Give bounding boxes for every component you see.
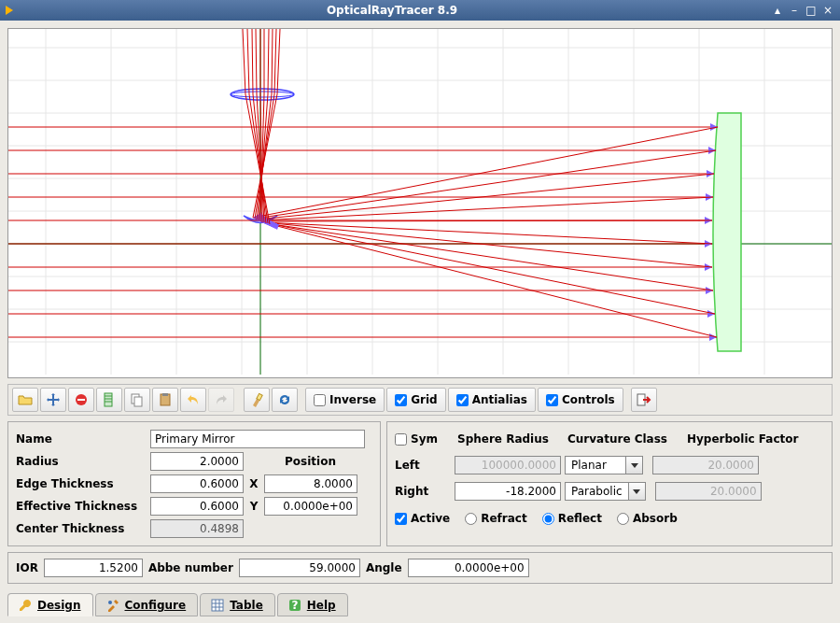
controls-toggle[interactable]: Controls [538, 388, 623, 412]
inverse-label: Inverse [329, 393, 376, 406]
effective-thickness-label: Effective Thickness [16, 500, 147, 513]
abbe-field[interactable]: 59.0000 [239, 559, 360, 577]
active-checkbox[interactable] [395, 513, 407, 525]
name-field[interactable]: Primary Mirror [150, 430, 365, 448]
absorb-label: Absorb [633, 512, 678, 525]
edge-thickness-label: Edge Thickness [16, 477, 147, 490]
titlebar: OpticalRayTracer 8.9 ▴ – □ × [0, 0, 840, 21]
minimize-button[interactable]: – [788, 4, 801, 17]
grid-toggle[interactable]: Grid [386, 388, 445, 412]
radius-field[interactable]: 2.0000 [150, 452, 244, 471]
tab-design[interactable]: Design [7, 593, 93, 616]
reflect-label: Reflect [558, 512, 602, 525]
svg-point-24 [231, 89, 294, 100]
antialias-label: Antialias [472, 393, 527, 406]
redo-button[interactable] [208, 388, 234, 412]
surface-properties-panel: Sym Sphere Radius Curvature Class Hyperb… [386, 421, 833, 546]
grid-checkbox[interactable] [395, 394, 407, 406]
hyperbolic-factor-header: Hyperbolic Factor [687, 432, 798, 446]
svg-line-79 [256, 29, 257, 94]
svg-line-69 [274, 29, 276, 94]
refract-radio[interactable] [465, 513, 477, 525]
name-label: Name [16, 432, 147, 446]
y-label: Y [247, 500, 260, 513]
left-curvature-select[interactable]: Planar [565, 456, 643, 474]
pan-button[interactable] [40, 388, 66, 412]
svg-point-95 [108, 601, 112, 604]
svg-rect-96 [212, 600, 223, 611]
left-hyper-field: 20.0000 [652, 456, 759, 474]
svg-line-71 [272, 29, 273, 94]
right-sphere-field[interactable]: -18.2000 [455, 482, 561, 501]
reflect-radio[interactable] [542, 513, 554, 525]
element-properties-panel: Name Primary Mirror Radius 2.0000 Positi… [7, 421, 381, 546]
raytrace-canvas[interactable] [7, 28, 833, 378]
svg-rect-93 [257, 393, 262, 400]
left-surface-label: Left [395, 459, 451, 472]
tab-table-label: Table [230, 599, 263, 612]
table-icon [210, 598, 225, 613]
antialias-checkbox[interactable] [456, 394, 469, 406]
effective-thickness-field[interactable]: 0.6000 [150, 497, 244, 516]
maximize-button[interactable]: □ [805, 4, 818, 17]
svg-marker-65 [270, 224, 279, 230]
exit-button[interactable] [631, 388, 657, 412]
y-field[interactable]: 0.0000e+00 [264, 497, 357, 516]
paste-button[interactable] [152, 388, 178, 412]
grid-label: Grid [411, 393, 437, 406]
svg-line-85 [243, 29, 245, 94]
left-sphere-field: 100000.0000 [455, 456, 561, 474]
absorb-radio[interactable] [617, 513, 629, 525]
inverse-toggle[interactable]: Inverse [305, 388, 385, 412]
open-button[interactable] [12, 388, 38, 412]
inverse-checkbox[interactable] [314, 394, 326, 406]
svg-rect-88 [105, 393, 112, 406]
svg-line-81 [252, 29, 253, 94]
right-surface-label: Right [395, 485, 451, 498]
new-element-button[interactable] [96, 388, 122, 412]
tab-configure[interactable]: Configure [95, 593, 199, 616]
rollup-button[interactable]: ▴ [771, 4, 784, 17]
tab-help-label: Help [307, 599, 336, 612]
angle-field[interactable]: 0.0000e+00 [408, 559, 529, 577]
window-title: OpticalRayTracer 8.9 [13, 4, 771, 17]
center-thickness-label: Center Thickness [16, 522, 147, 535]
copy-button[interactable] [124, 388, 150, 412]
close-button[interactable]: × [821, 4, 834, 17]
ior-label: IOR [16, 561, 38, 574]
angle-label: Angle [366, 561, 402, 574]
edge-thickness-field[interactable]: 0.6000 [150, 474, 244, 493]
ior-field[interactable]: 1.5200 [44, 559, 143, 577]
chevron-down-icon [628, 483, 645, 500]
x-label: X [247, 477, 260, 490]
svg-rect-87 [77, 399, 85, 401]
toolbar: Inverse Grid Antialias Controls [7, 384, 833, 416]
svg-line-73 [268, 29, 269, 94]
curvature-class-header: Curvature Class [567, 432, 683, 446]
tab-help[interactable]: ? Help [277, 593, 348, 616]
right-curvature-select[interactable]: Parabolic [565, 482, 646, 501]
antialias-toggle[interactable]: Antialias [448, 388, 536, 412]
radius-label: Radius [16, 455, 147, 468]
svg-text:?: ? [291, 599, 298, 612]
delete-button[interactable] [68, 388, 94, 412]
chevron-down-icon [625, 457, 642, 474]
x-field[interactable]: 8.0000 [264, 474, 357, 493]
wrench-icon [18, 598, 33, 613]
svg-line-83 [247, 29, 249, 94]
svg-point-25 [231, 92, 294, 97]
position-label: Position [285, 455, 336, 468]
right-curvature-value: Parabolic [566, 485, 628, 498]
sym-checkbox[interactable] [395, 433, 407, 446]
active-label: Active [411, 512, 450, 525]
refresh-button[interactable] [272, 388, 298, 412]
abbe-label: Abbe number [148, 561, 233, 574]
right-hyper-field: 20.0000 [655, 482, 762, 501]
undo-button[interactable] [180, 388, 206, 412]
svg-line-67 [277, 29, 280, 94]
tab-table[interactable]: Table [200, 593, 275, 616]
svg-rect-90 [134, 397, 142, 406]
clear-button[interactable] [244, 388, 270, 412]
controls-checkbox[interactable] [546, 394, 558, 406]
controls-label: Controls [562, 393, 615, 406]
